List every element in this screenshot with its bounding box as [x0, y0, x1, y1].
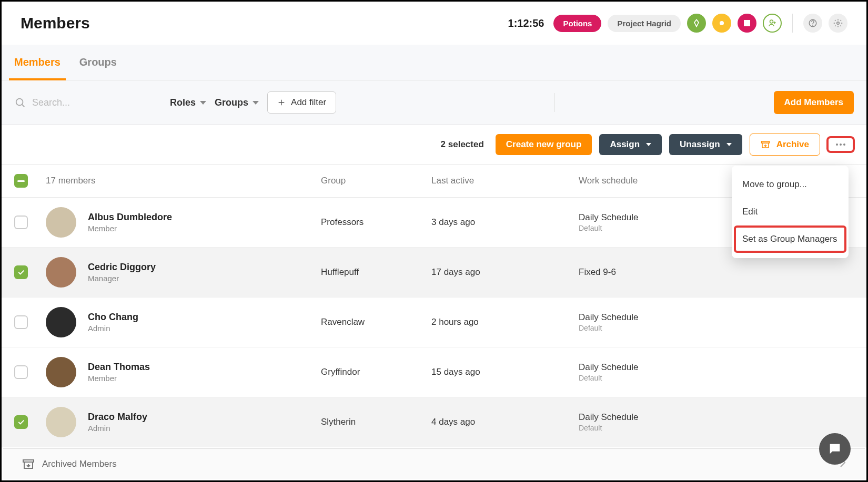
svg-point-4: [813, 25, 813, 25]
app-header: Members 1:12:56 Potions Project Hagrid: [2, 2, 866, 45]
roles-filter[interactable]: Roles: [170, 97, 206, 108]
more-actions-button[interactable]: [827, 137, 854, 152]
schedule-sub: Default: [579, 374, 854, 382]
member-role: Manager: [88, 274, 156, 283]
settings-button[interactable]: [829, 14, 847, 33]
member-name: Draco Malfoy: [88, 412, 147, 423]
row-checkbox[interactable]: [14, 415, 28, 429]
schedule-sub: Default: [579, 324, 854, 332]
schedule-name: Daily Schedule: [579, 412, 854, 423]
member-group: Professors: [321, 217, 431, 228]
user-add-icon: [768, 18, 777, 28]
member-name: Cho Chang: [88, 312, 138, 323]
session-timer: 1:12:56: [508, 17, 544, 29]
unassign-button[interactable]: Unassign: [669, 134, 742, 155]
user-add-button[interactable]: [763, 14, 782, 33]
svg-point-5: [837, 22, 840, 25]
row-checkbox[interactable]: [14, 216, 28, 229]
search-icon: [14, 97, 26, 108]
members-count: 17 members: [46, 176, 321, 186]
archive-icon: [761, 140, 770, 149]
header-divider: [792, 14, 793, 33]
more-actions-menu: Move to group... Edit Set as Group Manag…: [732, 166, 849, 258]
member-last-active: 17 days ago: [431, 267, 579, 278]
roles-filter-label: Roles: [170, 97, 196, 108]
archive-button[interactable]: Archive: [750, 134, 820, 156]
table-row[interactable]: Draco MalfoyAdminSlytherin4 days agoDail…: [2, 397, 866, 447]
tab-bar: Members Groups: [2, 45, 866, 80]
timer-stop-button[interactable]: [738, 14, 756, 33]
avatar: [46, 407, 76, 437]
row-checkbox[interactable]: [14, 365, 28, 379]
member-role: Admin: [88, 324, 138, 333]
svg-point-9: [843, 143, 845, 146]
chevron-down-icon: [726, 143, 732, 146]
row-checkbox[interactable]: [14, 315, 28, 329]
play-pin-icon: [692, 19, 701, 27]
avatar: [46, 257, 76, 288]
avatar: [46, 207, 76, 238]
member-group: Ravenclaw: [321, 317, 431, 327]
member-name: Cedric Diggory: [88, 262, 156, 273]
row-checkbox[interactable]: [14, 265, 28, 279]
svg-point-0: [720, 21, 724, 25]
svg-point-2: [770, 20, 773, 23]
add-filter-button[interactable]: Add filter: [267, 91, 336, 114]
plus-icon: [277, 98, 286, 107]
chip-project[interactable]: Project Hagrid: [608, 15, 681, 32]
timer-pause-button[interactable]: [712, 14, 731, 33]
filter-toolbar: Roles Groups Add filter Add Members: [2, 80, 866, 125]
search-input[interactable]: [32, 97, 162, 108]
add-filter-label: Add filter: [291, 97, 326, 108]
avatar: [46, 307, 76, 337]
chip-potions[interactable]: Potions: [553, 15, 601, 32]
select-all-checkbox[interactable]: [14, 174, 28, 188]
menu-item-set-group-managers[interactable]: Set as Group Managers: [734, 225, 846, 253]
add-members-button[interactable]: Add Members: [774, 91, 854, 114]
member-name: Albus Dumbledore: [88, 212, 172, 223]
footer-bar: Archived Members: [3, 448, 865, 479]
groups-filter-label: Groups: [215, 97, 248, 108]
archive-label: Archive: [776, 139, 809, 150]
schedule-name: Daily Schedule: [579, 312, 854, 323]
tab-members[interactable]: Members: [14, 45, 60, 80]
settings-icon: [833, 18, 843, 28]
help-button[interactable]: [803, 14, 822, 33]
member-group: Gryffindor: [321, 367, 431, 377]
help-icon: [808, 18, 817, 28]
bulk-action-bar: 2 selected Create new group Assign Unass…: [2, 125, 866, 165]
member-last-active: 3 days ago: [431, 217, 579, 228]
archive-box-icon: [22, 458, 35, 470]
member-last-active: 4 days ago: [431, 417, 579, 427]
stop-icon: [744, 20, 750, 26]
chat-icon: [827, 442, 842, 456]
table-row[interactable]: Dean ThomasMemberGryffindor15 days agoDa…: [2, 347, 866, 397]
svg-point-8: [840, 143, 842, 146]
table-row[interactable]: Cho ChangAdminRavenclaw2 hours agoDaily …: [2, 298, 866, 347]
member-group: Slytherin: [321, 417, 431, 427]
chevron-down-icon: [253, 101, 259, 105]
svg-rect-1: [744, 20, 750, 26]
chevron-down-icon: [646, 143, 651, 146]
member-last-active: 2 hours ago: [431, 317, 579, 327]
schedule-name: Daily Schedule: [579, 362, 854, 373]
menu-item-edit[interactable]: Edit: [732, 198, 849, 225]
column-header-last-active[interactable]: Last active: [431, 176, 579, 186]
assign-label: Assign: [610, 139, 640, 150]
assign-button[interactable]: Assign: [599, 134, 662, 155]
column-header-group[interactable]: Group: [321, 176, 431, 186]
member-role: Member: [88, 224, 172, 233]
timer-play-button[interactable]: [687, 14, 706, 33]
menu-item-move-to-group[interactable]: Move to group...: [732, 171, 849, 198]
archived-members-link[interactable]: Archived Members: [42, 459, 117, 469]
avatar: [46, 357, 76, 387]
unassign-label: Unassign: [680, 139, 720, 150]
tab-groups[interactable]: Groups: [79, 45, 117, 80]
member-role: Admin: [88, 424, 147, 433]
groups-filter[interactable]: Groups: [215, 97, 259, 108]
support-chat-button[interactable]: [819, 433, 851, 465]
chevron-down-icon: [200, 101, 206, 105]
selected-count: 2 selected: [441, 139, 484, 150]
schedule-name: Fixed 9-6: [579, 267, 854, 278]
create-group-button[interactable]: Create new group: [496, 134, 592, 155]
